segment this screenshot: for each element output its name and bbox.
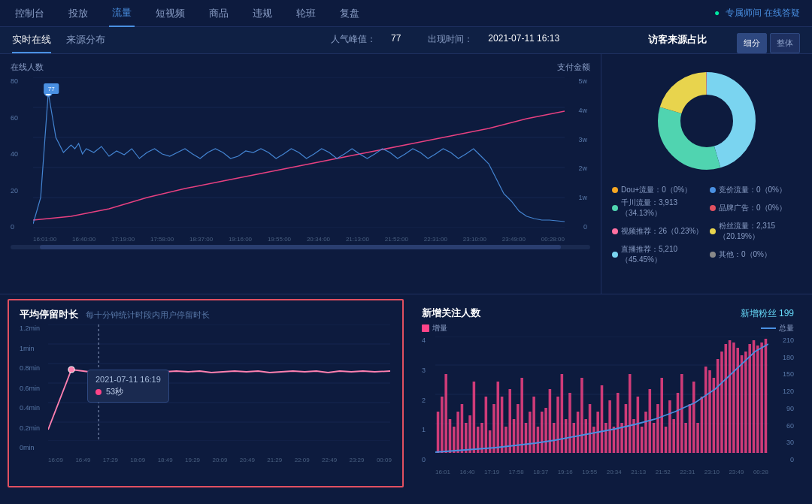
btn-detail[interactable]: 细分 bbox=[737, 33, 767, 53]
legend-dot-live bbox=[612, 252, 618, 258]
y-avg-1: 1.2min bbox=[20, 324, 47, 332]
svg-rect-76 bbox=[629, 374, 632, 453]
x-fol-7: 20:34 bbox=[607, 469, 622, 475]
svg-rect-105 bbox=[744, 352, 747, 453]
nav-item-traffic[interactable]: 流量 bbox=[109, 0, 135, 27]
svg-rect-91 bbox=[689, 404, 692, 453]
svg-rect-100 bbox=[725, 344, 728, 453]
pie-chart-svg bbox=[650, 65, 763, 177]
x-avg-11: 23:29 bbox=[349, 457, 364, 463]
x-avg-10: 22:49 bbox=[322, 457, 337, 463]
svg-rect-78 bbox=[637, 397, 640, 453]
legend-dot-other bbox=[710, 252, 716, 258]
svg-rect-56 bbox=[549, 389, 552, 453]
x-avg-7: 20:49 bbox=[240, 457, 255, 463]
peak-label: 人气峰值： bbox=[331, 33, 376, 53]
online-dot: ● bbox=[714, 8, 720, 18]
svg-rect-65 bbox=[584, 419, 587, 453]
svg-rect-88 bbox=[677, 393, 680, 453]
followers-chart-area: 4 3 2 1 0 210 180 150 120 90 60 30 0 bbox=[422, 337, 794, 475]
nav-item-goods[interactable]: 商品 bbox=[206, 1, 232, 26]
subtab-source[interactable]: 来源分布 bbox=[66, 33, 105, 53]
y-right-2w: 2w bbox=[566, 164, 587, 172]
nav-item-shortvideo[interactable]: 短视频 bbox=[153, 1, 188, 26]
legend-label-fans: 粉丝流量：2,315（20.19%） bbox=[719, 221, 801, 242]
svg-rect-29 bbox=[441, 397, 444, 453]
nav-item-violation[interactable]: 违规 bbox=[250, 1, 275, 26]
legend-item-fans: 粉丝流量：2,315（20.19%） bbox=[710, 221, 801, 242]
y-fol-r4: 120 bbox=[773, 388, 794, 395]
y-fol-r5: 90 bbox=[773, 405, 794, 412]
svg-rect-98 bbox=[717, 359, 720, 453]
svg-rect-67 bbox=[592, 427, 595, 453]
x-fol-11: 23:10 bbox=[704, 469, 720, 475]
svg-rect-79 bbox=[641, 427, 644, 453]
x-fol-3: 17:58 bbox=[509, 469, 524, 475]
y-avg-6: 0.2min bbox=[20, 424, 47, 432]
svg-rect-95 bbox=[704, 367, 707, 453]
x-label-4: 18:37:00 bbox=[189, 236, 213, 243]
legend-dot-brand bbox=[710, 205, 716, 211]
nav-item-shift[interactable]: 轮班 bbox=[293, 1, 319, 26]
svg-rect-80 bbox=[644, 412, 647, 453]
y-fol-r6: 60 bbox=[773, 422, 794, 430]
legend-item-qianchuan: 千川流量：3,913（34.13%） bbox=[612, 198, 704, 219]
svg-rect-46 bbox=[508, 389, 511, 453]
scrollbar-thumb[interactable] bbox=[40, 245, 562, 249]
avg-stay-panel: 平均停留时长 每十分钟统计时段内用户停留时长 1.2min 1min 0.8mi… bbox=[8, 299, 404, 487]
followers-badge: 新增粉丝 199 bbox=[741, 307, 794, 320]
x-fol-8: 21:13 bbox=[631, 469, 646, 475]
btn-overall[interactable]: 整体 bbox=[770, 33, 800, 53]
legend-inc-label: 增量 bbox=[432, 323, 447, 333]
svg-rect-84 bbox=[660, 378, 663, 453]
chart-top-row: 在线人数 支付金额 80 60 40 20 0 5w 4w 3w 2w bbox=[0, 54, 812, 294]
y-right-1w: 1w bbox=[566, 194, 587, 201]
avg-stay-title: 平均停留时长 bbox=[20, 308, 78, 321]
y-label-online: 在线人数 bbox=[11, 62, 44, 73]
y-fol-4: 4 bbox=[422, 337, 432, 344]
svg-rect-70 bbox=[604, 423, 607, 453]
tooltip-date: 2021-07-11 16:19 bbox=[95, 375, 161, 384]
nav-item-review[interactable]: 复盘 bbox=[337, 1, 362, 26]
followers-title: 新增关注人数 bbox=[422, 306, 480, 320]
y-right-0: 0 bbox=[566, 223, 587, 231]
svg-rect-104 bbox=[741, 355, 744, 453]
y-left-40: 40 bbox=[11, 150, 32, 158]
y-fol-r7: 30 bbox=[773, 439, 794, 446]
x-avg-4: 18:49 bbox=[158, 457, 173, 463]
legend-dot-fans bbox=[710, 228, 716, 234]
y-right-3w: 3w bbox=[566, 136, 587, 143]
time-label: 出现时间： bbox=[428, 33, 473, 53]
nav-item-placement[interactable]: 投放 bbox=[65, 1, 91, 26]
pie-chart-container bbox=[612, 65, 801, 177]
chart-scrollbar[interactable] bbox=[11, 245, 590, 249]
x-avg-2: 17:29 bbox=[103, 457, 118, 463]
y-right-5w: 5w bbox=[566, 77, 587, 85]
chart-bottom-row: 平均停留时长 每十分钟统计时段内用户停留时长 1.2min 1min 0.8mi… bbox=[0, 294, 812, 492]
svg-rect-75 bbox=[625, 404, 628, 453]
legend-line-total bbox=[761, 327, 776, 329]
svg-rect-82 bbox=[653, 423, 656, 453]
x-label-3: 17:58:00 bbox=[150, 236, 174, 243]
y-fol-r3: 150 bbox=[773, 370, 794, 378]
x-label-11: 23:10:00 bbox=[463, 236, 486, 243]
tooltip-value: 53秒 bbox=[95, 386, 161, 397]
svg-rect-96 bbox=[708, 370, 711, 453]
realtime-chart-panel: 在线人数 支付金额 80 60 40 20 0 5w 4w 3w 2w bbox=[0, 54, 601, 294]
y-left-80: 80 bbox=[11, 77, 32, 85]
followers-legend: 增量 总量 bbox=[422, 323, 794, 333]
svg-rect-32 bbox=[453, 427, 456, 453]
x-fol-6: 19:55 bbox=[582, 469, 597, 475]
svg-rect-31 bbox=[449, 419, 452, 453]
avg-stay-header: 平均停留时长 每十分钟统计时段内用户停留时长 bbox=[20, 308, 392, 321]
subtab-realtime[interactable]: 实时在线 bbox=[12, 33, 51, 53]
svg-rect-64 bbox=[580, 378, 583, 453]
y-fol-0: 0 bbox=[422, 456, 432, 463]
legend-label-qianchuan: 千川流量：3,913（34.13%） bbox=[621, 198, 704, 219]
x-avg-1: 16:49 bbox=[75, 457, 90, 463]
y-avg-3: 0.8min bbox=[20, 364, 47, 372]
nav-item-console[interactable]: 控制台 bbox=[12, 1, 47, 26]
avg-stay-tooltip: 2021-07-11 16:19 53秒 bbox=[87, 370, 169, 403]
x-fol-10: 22:31 bbox=[680, 469, 695, 475]
legend-dot-dou bbox=[612, 187, 618, 193]
